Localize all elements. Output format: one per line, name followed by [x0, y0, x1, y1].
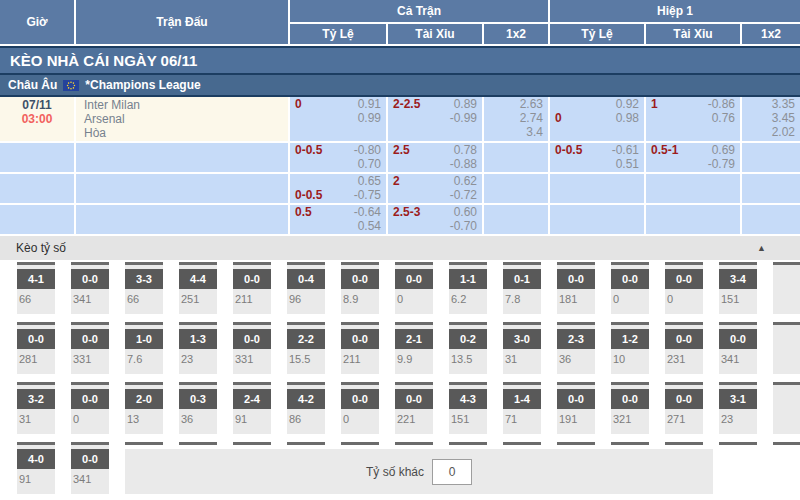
odds-line: -0.79: [646, 157, 740, 171]
odds-cell-h1-1x2: [742, 205, 800, 234]
score-cell[interactable]: 2-336: [557, 322, 595, 374]
odds-cell-h1-overunder[interactable]: 1-0.860.76: [646, 97, 740, 141]
score-odds-value: 7.6: [125, 349, 163, 365]
score-cell[interactable]: 0-213.5: [449, 322, 487, 374]
score-cell-empty: [773, 262, 800, 314]
col-header-time: Giờ: [0, 0, 74, 44]
score-cell[interactable]: 0-0191: [557, 382, 595, 434]
score-cell[interactable]: 0-00: [341, 382, 379, 434]
score-label: 4-4: [179, 269, 217, 289]
score-cell[interactable]: 1-16.2: [449, 262, 487, 314]
score-cell[interactable]: 3-4151: [719, 262, 757, 314]
cell-top-border: [503, 262, 541, 265]
score-cell[interactable]: 0-0221: [395, 382, 433, 434]
score-cell[interactable]: 0-00: [395, 262, 433, 314]
score-cell[interactable]: 0-00: [665, 262, 703, 314]
cell-top-border: [557, 322, 595, 325]
score-odds-value: 91: [233, 409, 271, 425]
match-teams-cell: [76, 143, 288, 172]
score-cell[interactable]: 0-0341: [719, 322, 757, 374]
score-cell[interactable]: 3-123: [719, 382, 757, 434]
odds-line: -0.88: [388, 157, 482, 171]
score-cell[interactable]: 3-366: [125, 262, 163, 314]
score-cell[interactable]: 2-013: [125, 382, 163, 434]
match-teams-cell: [76, 174, 288, 203]
score-cell[interactable]: 0-0321: [611, 382, 649, 434]
odds-cell-h1-1x2[interactable]: 3.353.452.02: [742, 97, 800, 141]
score-cell[interactable]: 1-07.6: [125, 322, 163, 374]
score-cell[interactable]: 1-471: [503, 382, 541, 434]
odds-cell-ft-overunder[interactable]: 20.62-0.72: [388, 174, 482, 203]
score-cell[interactable]: 4-4251: [179, 262, 217, 314]
score-label: 0-0: [17, 329, 55, 349]
score-cell[interactable]: 2-19.9: [395, 322, 433, 374]
odds-cell-ft-overunder[interactable]: 2.50.78-0.88: [388, 143, 482, 172]
cell-top-border: [287, 322, 325, 325]
score-odds-value: 7.8: [503, 289, 541, 305]
score-cell[interactable]: 0-0211: [233, 262, 271, 314]
odds-cell-h1-overunder[interactable]: 0.5-10.69-0.79: [646, 143, 740, 172]
cell-top-border: [179, 262, 217, 265]
score-cell[interactable]: 0-00: [611, 262, 649, 314]
cell-top-border: [17, 322, 55, 325]
odds-cell-ft-handicap[interactable]: 0-0.5-0.800.70: [290, 143, 386, 172]
score-cell[interactable]: 0-0331: [71, 322, 109, 374]
odds-line: 20.62: [388, 174, 482, 188]
score-label: 1-0: [125, 329, 163, 349]
score-cell[interactable]: 0-336: [179, 382, 217, 434]
score-cell[interactable]: 4-286: [287, 382, 325, 434]
score-cell[interactable]: 1-210: [611, 322, 649, 374]
other-score-control: Tỷ số khác0: [125, 449, 713, 494]
cell-top-border: [557, 442, 595, 445]
score-cell[interactable]: 3-231: [17, 382, 55, 434]
score-cell[interactable]: 2-215.5: [287, 322, 325, 374]
cell-top-border: [665, 382, 703, 385]
cell-top-border: [449, 262, 487, 265]
score-cell[interactable]: 4-3151: [449, 382, 487, 434]
odds-cell-ft-overunder[interactable]: 2-2.50.89-0.99: [388, 97, 482, 141]
collapse-arrow-icon[interactable]: ▲: [757, 243, 766, 253]
score-cell[interactable]: 0-0331: [233, 322, 271, 374]
score-cell[interactable]: 2-491: [233, 382, 271, 434]
score-cell[interactable]: 0-00: [71, 382, 109, 434]
match-teams-cell[interactable]: Inter MilanArsenalHòa: [76, 97, 288, 141]
score-label: 2-0: [125, 389, 163, 409]
odds-row: 0-0.5-0.800.702.50.78-0.880-0.5-0.610.51…: [0, 143, 800, 172]
odds-cell-ft-1x2[interactable]: 2.632.743.4: [484, 97, 548, 141]
cell-top-border: [17, 262, 55, 265]
score-cell[interactable]: 0-0271: [665, 382, 703, 434]
score-cell[interactable]: 0-17.8: [503, 262, 541, 314]
score-cell[interactable]: 0-0231: [665, 322, 703, 374]
score-cell[interactable]: 0-08.9: [341, 262, 379, 314]
score-cell[interactable]: 0-0341: [71, 262, 109, 314]
score-label: 0-0: [71, 269, 109, 289]
score-row: 4-1660-03413-3664-42510-02110-4960-08.90…: [0, 262, 800, 314]
odds-cell-ft-overunder[interactable]: 2.5-30.60-0.70: [388, 205, 482, 234]
score-odds-value: 13: [125, 409, 163, 425]
match-date: 07/11: [0, 98, 74, 112]
score-cell[interactable]: 3-031: [503, 322, 541, 374]
score-cell[interactable]: 4-091: [17, 442, 55, 494]
league-header[interactable]: Châu Âu *Champions League: [0, 75, 800, 95]
cell-top-border: [773, 442, 800, 445]
score-cell[interactable]: 0-0211: [341, 322, 379, 374]
match-time-cell: [0, 205, 74, 234]
score-cell[interactable]: 0-496: [287, 262, 325, 314]
score-cell[interactable]: 4-166: [17, 262, 55, 314]
score-cell[interactable]: 1-323: [179, 322, 217, 374]
odds-cell-ft-1x2: [484, 205, 548, 234]
league-region: Châu Âu: [8, 78, 57, 92]
odds-cell-h1-handicap[interactable]: 0.9200.98: [550, 97, 644, 141]
odds-cell-ft-handicap[interactable]: 00.910.99: [290, 97, 386, 141]
odds-cell-ft-handicap[interactable]: 0.650-0.5-0.75: [290, 174, 386, 203]
odds-cell-ft-handicap[interactable]: 0.5-0.640.54: [290, 205, 386, 234]
odds-cell-h1-handicap[interactable]: 0-0.5-0.610.51: [550, 143, 644, 172]
other-score-input[interactable]: 0: [432, 459, 472, 485]
odds-cell-h1-overunder: [646, 174, 740, 203]
score-cell[interactable]: 0-0341: [71, 442, 109, 494]
cell-top-border: [341, 442, 379, 445]
team-name: Arsenal: [84, 112, 288, 126]
score-cell[interactable]: 0-0181: [557, 262, 595, 314]
score-cell[interactable]: 0-0281: [17, 322, 55, 374]
odds-value: 0.70: [358, 157, 381, 171]
